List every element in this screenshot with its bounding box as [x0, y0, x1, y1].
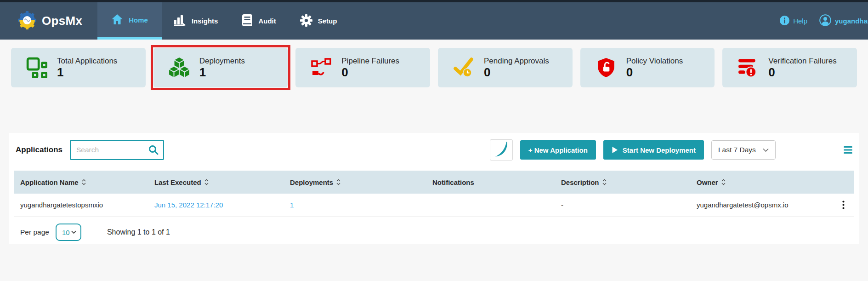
- sort-icon[interactable]: [336, 179, 340, 185]
- help-button[interactable]: Help: [780, 16, 807, 27]
- stat-card-value: 0: [484, 66, 549, 79]
- user-avatar-icon: [819, 14, 831, 28]
- stat-card-total-applications[interactable]: Total Applications 1: [11, 48, 146, 87]
- per-page-label: Per page: [20, 228, 49, 236]
- spinnaker-button[interactable]: [490, 139, 513, 161]
- nav-tabs: Home Insights: [97, 2, 349, 40]
- column-label: Application Name: [20, 178, 79, 186]
- column-label: Description: [561, 178, 599, 186]
- stat-cards-row: Total Applications 1: [11, 48, 857, 87]
- column-label: Last Executed: [154, 178, 201, 186]
- applications-toolbar: Applications + New Application: [9, 139, 859, 161]
- nav-item-label: Home: [129, 16, 148, 24]
- spinnaker-sail-icon: [494, 141, 509, 159]
- stat-card-value: 1: [199, 66, 245, 79]
- sort-icon[interactable]: [721, 179, 726, 185]
- row-actions-kebab-icon[interactable]: [832, 201, 854, 209]
- stat-card-value: 1: [57, 66, 117, 79]
- stat-card-pipeline-failures[interactable]: Pipeline Failures 0: [295, 48, 430, 87]
- brand-name: OpsMx: [42, 14, 82, 28]
- stat-card-label: Policy Violations: [626, 57, 683, 66]
- pipeline-flag-icon: [310, 57, 332, 78]
- pagination-bar: Per page 10 Showing 1 to 1 of 1: [20, 222, 859, 242]
- stat-card-label: Deployments: [199, 57, 245, 66]
- home-icon: [111, 14, 123, 26]
- search-input[interactable]: [71, 146, 148, 154]
- cell-application-name: yugandhargatetestopsmxio: [20, 201, 154, 209]
- stat-card-label: Pending Approvals: [484, 57, 549, 66]
- list-alert-icon: [737, 57, 759, 78]
- column-header-deployments[interactable]: Deployments: [290, 178, 432, 186]
- username: yugandharg: [835, 17, 868, 25]
- help-info-icon: [780, 16, 789, 27]
- help-label: Help: [793, 17, 807, 25]
- toolbar-actions: + New Application Start New Deployment L…: [490, 139, 852, 161]
- table-header-row: Application Name Last Executed Deploymen…: [14, 171, 854, 194]
- cell-description: -: [561, 201, 697, 209]
- column-label: Owner: [697, 178, 718, 186]
- date-filter-value: Last 7 Days: [718, 146, 756, 154]
- search-box: [70, 140, 164, 160]
- column-label: Notifications: [432, 178, 474, 186]
- applications-grid-icon: [26, 57, 48, 78]
- column-header-last-executed[interactable]: Last Executed: [154, 178, 290, 186]
- column-header-notifications[interactable]: Notifications: [432, 178, 561, 186]
- start-new-deployment-button[interactable]: Start New Deployment: [603, 140, 704, 160]
- nav-item-insights[interactable]: Insights: [162, 2, 230, 40]
- stat-card-pending-approvals[interactable]: Pending Approvals 0: [438, 48, 573, 87]
- cell-deployments-link[interactable]: 1: [290, 201, 432, 209]
- user-menu[interactable]: yugandharg: [819, 14, 868, 28]
- date-filter-select[interactable]: Last 7 Days: [711, 140, 776, 160]
- nav-item-home[interactable]: Home: [97, 2, 162, 40]
- sort-icon[interactable]: [602, 179, 607, 185]
- deployment-cubes-icon: [168, 57, 190, 78]
- sort-icon[interactable]: [82, 179, 86, 185]
- top-navbar: OpsMx Home Insights: [0, 2, 868, 40]
- cell-last-executed-link[interactable]: Jun 15, 2022 12:17:20: [154, 201, 290, 209]
- start-new-deployment-label: Start New Deployment: [623, 146, 696, 154]
- nav-item-label: Audit: [258, 17, 276, 25]
- applications-title: Applications: [16, 145, 62, 155]
- insights-icon: [174, 15, 186, 28]
- nav-item-label: Setup: [318, 17, 337, 25]
- nav-item-setup[interactable]: Setup: [288, 2, 349, 40]
- stat-card-value: 0: [768, 66, 836, 79]
- audit-icon: [242, 14, 253, 28]
- stat-card-verification-failures[interactable]: Verification Failures 0: [722, 48, 857, 87]
- stat-card-value: 0: [626, 66, 683, 79]
- check-clock-icon: [453, 57, 475, 78]
- chevron-down-icon: [763, 148, 769, 152]
- stat-card-label: Pipeline Failures: [341, 57, 399, 66]
- stat-card-label: Verification Failures: [768, 57, 836, 66]
- stat-card-deployments[interactable]: Deployments 1: [153, 48, 288, 87]
- new-application-button[interactable]: + New Application: [520, 140, 596, 160]
- table-row: yugandhargatetestopsmxio Jun 15, 2022 12…: [14, 194, 854, 217]
- stat-card-policy-violations[interactable]: Policy Violations 0: [580, 48, 715, 87]
- brand[interactable]: OpsMx: [0, 2, 97, 40]
- play-icon: [612, 146, 618, 154]
- column-header-description[interactable]: Description: [561, 178, 697, 186]
- column-label: Deployments: [290, 178, 333, 186]
- chevron-down-icon: [71, 230, 76, 234]
- new-application-label: + New Application: [528, 146, 588, 154]
- per-page-select[interactable]: 10: [56, 224, 81, 241]
- per-page-value: 10: [62, 229, 70, 236]
- menu-hamburger-icon[interactable]: [844, 146, 852, 154]
- cell-owner: yugandhargatetest@opsmx.io: [697, 201, 832, 209]
- nav-item-label: Insights: [192, 17, 218, 25]
- setup-gear-icon: [300, 14, 312, 28]
- nav-item-audit[interactable]: Audit: [230, 2, 288, 40]
- shield-lock-icon: [595, 57, 617, 78]
- column-header-owner[interactable]: Owner: [697, 178, 832, 186]
- opsmx-logo-icon: [17, 11, 37, 32]
- navbar-right: Help yugandharg: [780, 2, 868, 40]
- applications-table: Application Name Last Executed Deploymen…: [14, 171, 854, 217]
- stat-card-value: 0: [341, 66, 399, 79]
- column-header-application-name[interactable]: Application Name: [20, 178, 154, 186]
- applications-panel: Applications + New Application: [9, 133, 859, 244]
- page-summary: Showing 1 to 1 of 1: [107, 228, 170, 236]
- search-icon[interactable]: [148, 145, 159, 155]
- stat-card-label: Total Applications: [57, 57, 117, 66]
- sort-icon[interactable]: [204, 179, 209, 185]
